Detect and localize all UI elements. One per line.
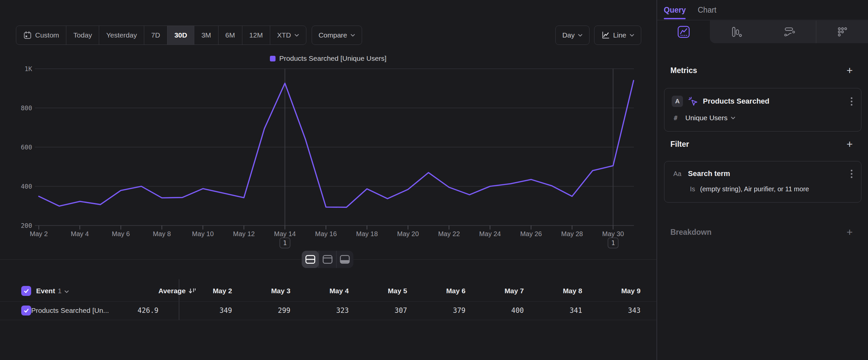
chart-type-button[interactable]: Line <box>594 26 641 45</box>
day-value-cell: 343 <box>582 307 641 314</box>
filter-property-name[interactable]: Search term <box>688 169 730 178</box>
metric-card[interactable]: A Products Searched # Unique Users <box>664 88 861 132</box>
svg-text:600: 600 <box>21 143 32 151</box>
date-range-30d-active[interactable]: 30D <box>167 26 194 45</box>
series-name-cell[interactable]: Products Searched [Un... <box>31 307 114 314</box>
event-column-header[interactable]: Event 1 <box>36 287 69 295</box>
filter-card[interactable]: Aa Search term Is (empty string), Air pu… <box>664 161 861 202</box>
date-range-custom[interactable]: Custom <box>16 26 66 45</box>
date-range-today[interactable]: Today <box>66 26 99 45</box>
retention-icon <box>837 26 848 38</box>
svg-text:1: 1 <box>283 239 287 246</box>
chevron-down-icon <box>294 34 299 37</box>
date-range-3m[interactable]: 3M <box>194 26 218 45</box>
day-column-headers: May 2 May 3 May 4 May 5 May 6 May 7 May … <box>174 281 641 301</box>
metric-options-kebab-icon[interactable] <box>849 96 854 107</box>
day-column-header[interactable]: May 6 <box>407 287 465 295</box>
date-range-7d[interactable]: 7D <box>144 26 167 45</box>
layout-chart-view-button[interactable] <box>319 251 336 268</box>
svg-text:May 14: May 14 <box>274 230 296 238</box>
app-root: { "page": { "bg": "#1b1b1e", "accent": "… <box>0 0 868 360</box>
chevron-down-icon <box>731 116 735 119</box>
day-value-cell: 400 <box>465 307 524 314</box>
metric-aggregation-row: # Unique Users <box>672 113 854 123</box>
day-value-cell: 307 <box>349 307 407 314</box>
row-checkbox[interactable] <box>21 306 31 315</box>
svg-text:May 6: May 6 <box>112 230 130 238</box>
compare-button[interactable]: Compare <box>312 26 362 45</box>
results-table: Event 1 Average May 2 <box>0 281 656 321</box>
insights-icon <box>677 25 690 38</box>
day-value-cell: 349 <box>174 307 232 314</box>
flows-icon <box>783 26 796 38</box>
report-main-area: Custom Today Yesterday 7D 30D 3M 6M 12M … <box>0 0 656 360</box>
svg-text:400: 400 <box>21 183 32 190</box>
svg-text:May 8: May 8 <box>153 230 171 238</box>
check-icon <box>24 288 29 294</box>
svg-text:1: 1 <box>611 239 615 246</box>
svg-text:May 2: May 2 <box>30 230 48 238</box>
filter-condition-row: Is (empty string), Air purifier, or 11 m… <box>672 184 854 194</box>
day-value-cell: 323 <box>290 307 349 314</box>
day-column-header[interactable]: May 9 <box>582 287 641 295</box>
event-count: 1 <box>58 287 62 295</box>
add-filter-button[interactable]: + <box>846 139 853 149</box>
svg-text:May 12: May 12 <box>233 230 255 238</box>
svg-text:May 20: May 20 <box>397 230 419 238</box>
day-column-header[interactable]: May 8 <box>524 287 582 295</box>
svg-text:May 18: May 18 <box>356 230 378 238</box>
query-builder-panel: Query Chart <box>656 0 868 360</box>
filter-value[interactable]: (empty string), Air purifier, or 11 more <box>700 185 809 193</box>
tab-chart[interactable]: Chart <box>698 0 716 20</box>
chevron-down-icon <box>578 34 583 37</box>
svg-text:May 22: May 22 <box>438 230 460 238</box>
aggregation-symbol: # <box>674 114 680 121</box>
add-breakdown-button[interactable]: + <box>846 227 853 238</box>
table-row: Products Searched [Un... 426.9 349 299 3… <box>0 301 656 320</box>
layout-split-view-button[interactable] <box>302 251 319 268</box>
check-icon <box>24 308 29 313</box>
aggregation-selector[interactable]: Unique Users <box>685 114 735 122</box>
panel-tab-bar: Query Chart <box>657 0 868 20</box>
metric-letter-badge: A <box>672 95 683 107</box>
date-range-yesterday[interactable]: Yesterday <box>99 26 144 45</box>
report-tab-insights-active[interactable] <box>657 21 710 43</box>
line-chart-icon <box>601 31 610 39</box>
date-range-12m[interactable]: 12M <box>242 26 270 45</box>
report-tab-funnels[interactable] <box>710 21 763 43</box>
svg-text:May 26: May 26 <box>520 230 542 238</box>
toolbar-spacer <box>362 26 555 45</box>
select-all-checkbox[interactable] <box>21 286 31 296</box>
day-column-header[interactable]: May 4 <box>290 287 349 295</box>
report-tab-retention[interactable] <box>816 21 868 43</box>
layout-table-view-button[interactable] <box>336 251 353 268</box>
date-range-xtd[interactable]: XTD <box>270 26 306 45</box>
svg-text:May 30: May 30 <box>602 230 624 238</box>
svg-text:800: 800 <box>21 104 32 112</box>
svg-text:May 4: May 4 <box>71 230 89 238</box>
day-column-header[interactable]: May 2 <box>174 287 232 295</box>
day-column-header[interactable]: May 7 <box>465 287 524 295</box>
svg-text:May 16: May 16 <box>315 230 337 238</box>
add-metric-button[interactable]: + <box>846 65 853 76</box>
date-range-6m[interactable]: 6M <box>218 26 242 45</box>
metric-event-name[interactable]: Products Searched <box>703 97 770 106</box>
average-value-cell: 426.9 <box>137 307 158 314</box>
table-row-left <box>21 306 31 315</box>
line-chart-canvas[interactable]: 2004006008001KMay 2May 4May 6May 8May 10… <box>0 53 656 262</box>
metrics-section-header: Metrics + <box>671 65 853 76</box>
tab-query[interactable]: Query <box>664 0 686 20</box>
table-header-row: Event 1 Average May 2 <box>0 281 656 301</box>
day-column-header[interactable]: May 3 <box>232 287 290 295</box>
filter-section-header: Filter + <box>671 139 853 149</box>
day-column-header[interactable]: May 5 <box>349 287 407 295</box>
report-type-tabs <box>657 21 868 43</box>
filter-options-kebab-icon[interactable] <box>849 168 854 179</box>
day-value-cells: 349 299 323 307 379 400 341 343 <box>174 301 641 320</box>
day-value-cell: 379 <box>407 307 465 314</box>
report-tab-flows[interactable] <box>763 21 816 43</box>
funnels-icon <box>731 26 742 38</box>
filter-operator[interactable]: Is <box>690 185 695 193</box>
filter-row: Aa Search term <box>672 168 854 179</box>
granularity-button[interactable]: Day <box>555 26 589 45</box>
